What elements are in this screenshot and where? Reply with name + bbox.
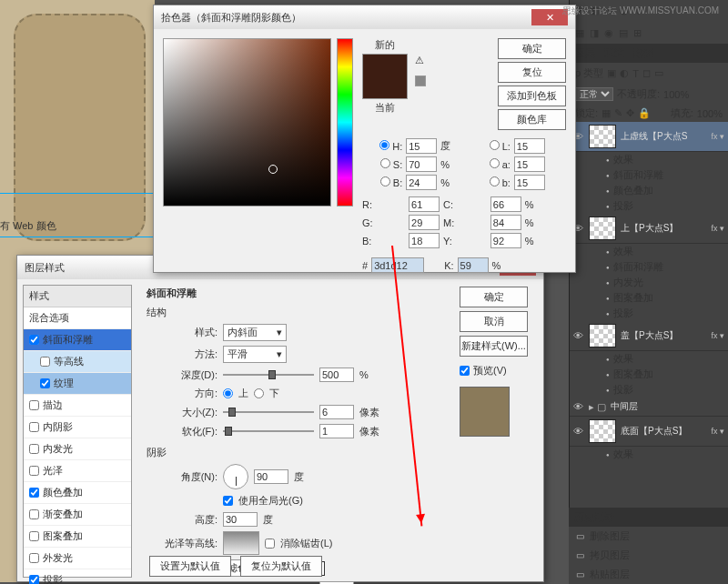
angle-dial[interactable] — [223, 464, 248, 489]
a-radio[interactable] — [490, 158, 500, 168]
fx-item[interactable]: 投影 — [570, 306, 728, 321]
eye-icon[interactable]: 👁 — [573, 426, 584, 437]
add-swatch-button[interactable]: 添加到色板 — [498, 86, 566, 106]
fx-item[interactable]: 投影 — [570, 382, 728, 398]
style-satin[interactable]: 光泽 — [24, 460, 131, 482]
websafe-swatch[interactable] — [415, 76, 426, 86]
style-grad-overlay[interactable]: 渐变叠加 — [24, 504, 131, 526]
ls-ok-button[interactable]: 确定 — [460, 287, 528, 307]
ls-new-style-button[interactable]: 新建样式(W)... — [460, 336, 528, 357]
hue-slider[interactable] — [337, 38, 353, 206]
s-input[interactable] — [406, 156, 437, 172]
hue-icon[interactable]: ▦ — [575, 27, 584, 39]
global-light-checkbox[interactable] — [223, 496, 233, 506]
m-input[interactable] — [490, 215, 521, 230]
reset-default-button[interactable]: 复位为默认值 — [240, 556, 322, 577]
history-item[interactable]: ▭ 粘贴图层 — [569, 565, 728, 584]
blend-mode-select[interactable]: 正常 — [575, 87, 613, 101]
depth-slider[interactable] — [223, 369, 314, 380]
layers-tab[interactable]: 图层 — [575, 46, 595, 60]
ls-cancel-button[interactable]: 取消 — [460, 311, 528, 332]
lock-paint-icon[interactable]: ✎ — [614, 107, 622, 119]
eye-icon[interactable]: 👁 — [573, 401, 584, 412]
style-blend[interactable]: 混合选项 — [24, 307, 131, 329]
soften-input[interactable] — [319, 424, 354, 438]
history-tab[interactable]: 历史记录 — [574, 510, 614, 524]
history-item[interactable]: ▭ 拷贝图层 — [569, 546, 728, 565]
style-inner-shadow[interactable]: 内阴影 — [24, 417, 131, 438]
warn-icon[interactable]: ⚠ — [415, 55, 426, 66]
color-lib-button[interactable]: 颜色库 — [498, 109, 566, 130]
antialias-checkbox[interactable] — [265, 539, 275, 549]
depth-input[interactable] — [319, 368, 354, 382]
l-input[interactable] — [514, 138, 545, 154]
dir-up-radio[interactable] — [223, 388, 233, 398]
channels-tab[interactable]: 通道 — [604, 46, 624, 60]
s-radio[interactable] — [380, 158, 390, 168]
bc-input[interactable] — [409, 233, 440, 248]
size-input[interactable] — [319, 405, 354, 419]
paths-tab[interactable]: 路径 — [633, 46, 653, 60]
layer-row[interactable]: 👁底面【P大点S】fx ▾ — [570, 417, 728, 447]
style-bevel[interactable]: 斜面和浮雕 — [24, 329, 131, 351]
layer-row[interactable]: 👁盖【P大点S】fx ▾ — [570, 321, 728, 351]
blab-input[interactable] — [514, 175, 545, 190]
fx-item[interactable]: 图案叠加 — [570, 367, 728, 382]
a-input[interactable] — [514, 156, 545, 172]
b-radio[interactable] — [380, 176, 390, 186]
hex-input[interactable] — [371, 257, 424, 273]
fx-item[interactable]: 斜面和浮雕 — [570, 167, 728, 183]
soften-slider[interactable] — [223, 426, 314, 437]
c-input[interactable] — [490, 196, 521, 212]
r-input[interactable] — [409, 196, 440, 212]
bv-input[interactable] — [406, 175, 437, 190]
style-outer-glow[interactable]: 外发光 — [24, 548, 131, 569]
altitude-input[interactable] — [223, 512, 258, 527]
layer-row[interactable]: 👁上【P大点S】fx ▾ — [570, 214, 728, 244]
mixer-icon[interactable]: ▤ — [619, 27, 628, 39]
fx-item[interactable]: 颜色叠加 — [570, 183, 728, 198]
dir-down-radio[interactable] — [254, 388, 264, 398]
h-radio[interactable] — [379, 140, 389, 150]
lookup-icon[interactable]: ⊞ — [633, 27, 642, 39]
style-inner-glow[interactable]: 内发光 — [24, 438, 131, 460]
style-patt-overlay[interactable]: 图案叠加 — [24, 526, 131, 548]
size-slider[interactable] — [223, 407, 314, 418]
reset-button[interactable]: 复位 — [498, 62, 566, 83]
filter-smart-icon[interactable]: ▭ — [654, 67, 663, 79]
filter-pixel-icon[interactable]: ▣ — [607, 67, 616, 79]
ok-button[interactable]: 确定 — [498, 38, 566, 59]
h-input[interactable] — [406, 138, 437, 154]
fx-item[interactable]: 斜面和浮雕 — [570, 259, 728, 275]
fx-item[interactable]: 图案叠加 — [570, 290, 728, 306]
filter-adj-icon[interactable]: ◐ — [620, 67, 629, 79]
bw-icon[interactable]: ◨ — [590, 27, 599, 39]
bevel-style-select[interactable]: 内斜面 — [223, 324, 287, 341]
gloss-contour[interactable] — [223, 531, 259, 555]
angle-input[interactable] — [254, 469, 288, 484]
blab-radio[interactable] — [490, 176, 500, 186]
style-texture[interactable]: 纹理 — [24, 373, 131, 395]
filter-shape-icon[interactable]: ◻ — [642, 67, 651, 79]
style-stroke[interactable]: 描边 — [24, 395, 131, 417]
photo-filter-icon[interactable]: ◉ — [604, 27, 613, 39]
l-radio[interactable] — [490, 140, 500, 150]
layer-row[interactable]: 👁上虚线【P大点Sfx ▾ — [570, 122, 728, 152]
g-input[interactable] — [409, 215, 440, 230]
k-input[interactable] — [458, 257, 489, 273]
lock-trans-icon[interactable]: ▦ — [602, 107, 611, 119]
history-item[interactable]: ▭ 删除图层 — [569, 527, 728, 546]
lock-pos-icon[interactable]: ✥ — [626, 107, 634, 119]
style-contour[interactable]: 等高线 — [24, 351, 131, 373]
set-default-button[interactable]: 设置为默认值 — [149, 556, 231, 577]
filter-type-icon[interactable]: T — [632, 68, 639, 79]
color-field[interactable] — [163, 38, 331, 206]
lock-all-icon[interactable]: 🔒 — [638, 107, 651, 119]
technique-select[interactable]: 平滑 — [223, 346, 287, 363]
preview-checkbox[interactable] — [460, 366, 470, 376]
style-color-overlay[interactable]: 颜色叠加 — [24, 482, 131, 504]
style-drop-shadow[interactable]: 投影 — [24, 569, 131, 584]
fx-item[interactable]: 投影 — [570, 198, 728, 214]
eye-icon[interactable]: 👁 — [573, 330, 584, 341]
y-input[interactable] — [490, 233, 521, 248]
